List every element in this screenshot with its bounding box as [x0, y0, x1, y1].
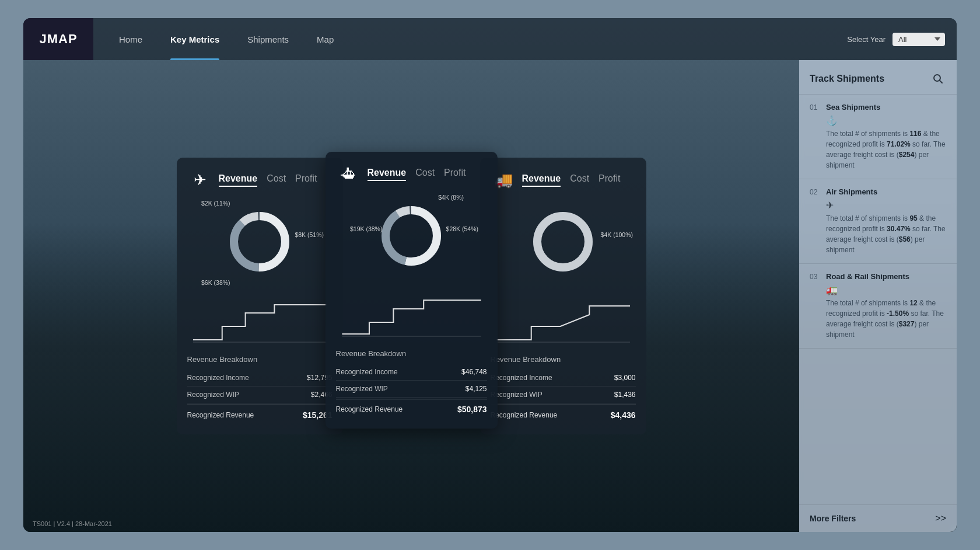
sidebar-title: Track Shipments	[810, 74, 884, 84]
card-road-tabs: Revenue Cost Profit	[522, 173, 621, 187]
card-road-chart	[491, 294, 636, 347]
nav-map[interactable]: Map	[303, 18, 348, 60]
truck-icon: 🚛	[826, 284, 946, 295]
card-road-breakdown-table: Recognized Income $3,000 Recognized WIP …	[491, 370, 636, 424]
shipment-air-header: 02 Air Shipments	[810, 187, 946, 196]
more-filters-label: More Filters	[810, 514, 856, 523]
nav-home[interactable]: Home	[105, 18, 156, 60]
card-sea-chart	[336, 288, 487, 341]
breakdown-row-total: Recognized Revenue $15,261	[187, 406, 332, 424]
logo: JMAP	[23, 18, 93, 60]
svg-point-11	[537, 216, 589, 267]
footer-version: TS001 | V2.4 | 28-Mar-2021	[33, 520, 112, 527]
tab-road-revenue[interactable]: Revenue	[522, 173, 561, 187]
header: JMAP Home Key Metrics Shipments Map Sele…	[23, 18, 957, 60]
shipment-road-header: 03 Road & Rail Shipments	[810, 272, 946, 281]
header-right: Select Year All 2021 2020 2019	[847, 33, 957, 46]
donut-sea-label-1: $4K (8%)	[438, 194, 464, 201]
card-sea-breakdown-title: Revenue Breakdown	[336, 349, 487, 358]
donut-sea-label-3: $19K (38%)	[350, 225, 382, 232]
search-button[interactable]	[930, 71, 946, 87]
main-nav: Home Key Metrics Shipments Map	[105, 18, 348, 60]
shipment-item-air: 02 Air Shipments ✈ The total # of shipme…	[799, 179, 957, 264]
card-road-donut: $4K (100%)	[505, 201, 621, 288]
sidebar-header: Track Shipments	[799, 60, 957, 95]
main-content: ✈ Revenue Cost Profit	[23, 60, 957, 532]
breakdown-row-total: Recognized Revenue $50,873	[336, 401, 487, 418]
chevron-right-icon: >>	[935, 513, 946, 524]
shipment-air-desc: The total # of shipments is 95 & the rec…	[826, 213, 946, 255]
shipment-sea-header: 01 Sea Shipments	[810, 103, 946, 112]
select-year-label: Select Year	[847, 35, 886, 44]
shipment-sea-desc: The total # of shipments is 116 & the re…	[826, 128, 946, 170]
tab-air-cost[interactable]: Cost	[267, 173, 286, 187]
breakdown-row: Recognized Income $12,795	[187, 370, 332, 387]
card-road: 🚚 Revenue Cost Profit $4K (100%)	[480, 158, 646, 434]
tab-sea-revenue[interactable]: Revenue	[368, 168, 407, 181]
shipment-road-desc: The total # of shipments is 12 & the rec…	[826, 298, 946, 340]
card-sea-donut: $4K (8%) $28K (54%) $19K (38%)	[353, 195, 470, 283]
shipment-air-name: Air Shipments	[826, 187, 877, 196]
tab-air-revenue[interactable]: Revenue	[219, 173, 258, 187]
donut-air-label-1: $2K (11%)	[201, 200, 230, 207]
shipment-road-num: 03	[810, 273, 821, 281]
breakdown-row: Recognized WIP $2,466	[187, 387, 332, 403]
nav-shipments[interactable]: Shipments	[233, 18, 303, 60]
shipment-sea-num: 01	[810, 103, 821, 112]
card-sea-breakdown-table: Recognized Income $46,748 Recognized WIP…	[336, 364, 487, 418]
card-air-tabs: Revenue Cost Profit	[219, 173, 317, 187]
card-air-header: ✈ Revenue Cost Profit	[187, 167, 332, 193]
card-road-breakdown-title: Revenue Breakdown	[491, 355, 636, 364]
shipment-sea-name: Sea Shipments	[826, 103, 880, 112]
more-filters-button[interactable]: More Filters >>	[799, 504, 957, 532]
card-air-breakdown-table: Recognized Income $12,795 Recognized WIP…	[187, 370, 332, 424]
card-sea-header: ⛴ Revenue Cost Profit	[336, 161, 487, 187]
donut-air-label-2: $8K (51%)	[295, 231, 324, 238]
card-air-donut: $2K (11%) $8K (51%) $6K (38%)	[201, 201, 318, 288]
breakdown-row-total: Recognized Revenue $4,436	[491, 406, 636, 424]
app-frame: JMAP Home Key Metrics Shipments Map Sele…	[23, 18, 957, 532]
shipment-air-num: 02	[810, 188, 821, 196]
sea-icon: ⛴	[336, 161, 362, 187]
card-air-chart	[187, 294, 332, 347]
cards-area: ✈ Revenue Cost Profit	[23, 60, 799, 532]
tab-air-profit[interactable]: Profit	[295, 173, 317, 187]
donut-air-label-3: $6K (38%)	[201, 279, 230, 286]
nav-key-metrics[interactable]: Key Metrics	[156, 18, 233, 60]
svg-line-14	[940, 81, 943, 83]
tab-road-cost[interactable]: Cost	[570, 173, 589, 187]
year-select[interactable]: All 2021 2020 2019	[892, 33, 945, 46]
donut-sea-label-2: $28K (54%)	[446, 225, 478, 232]
breakdown-row: Recognized WIP $4,125	[336, 381, 487, 398]
sea-anchor-icon: ⚓	[826, 115, 946, 126]
breakdown-row: Recognized Income $3,000	[491, 370, 636, 387]
air-plane-icon: ✈	[826, 200, 946, 211]
card-road-header: 🚚 Revenue Cost Profit	[491, 167, 636, 193]
card-air-breakdown-title: Revenue Breakdown	[187, 355, 332, 364]
air-icon: ✈	[187, 167, 213, 193]
shipment-item-sea: 01 Sea Shipments ⚓ The total # of shipme…	[799, 95, 957, 179]
tab-sea-cost[interactable]: Cost	[415, 168, 435, 181]
breakdown-row: Recognized WIP $1,436	[491, 387, 636, 403]
card-sea: ⛴ Revenue Cost Profit $4K (8%)	[326, 152, 498, 429]
breakdown-row: Recognized Income $46,748	[336, 364, 487, 381]
donut-road-label-1: $4K (100%)	[601, 231, 633, 238]
right-sidebar: Track Shipments 01 Sea Shipments ⚓ The t…	[799, 60, 957, 532]
tab-sea-profit[interactable]: Profit	[444, 168, 466, 181]
card-air: ✈ Revenue Cost Profit	[177, 158, 343, 434]
shipment-item-road: 03 Road & Rail Shipments 🚛 The total # o…	[799, 264, 957, 349]
tab-road-profit[interactable]: Profit	[598, 173, 620, 187]
shipment-road-name: Road & Rail Shipments	[826, 272, 909, 281]
card-sea-tabs: Revenue Cost Profit	[368, 168, 466, 181]
